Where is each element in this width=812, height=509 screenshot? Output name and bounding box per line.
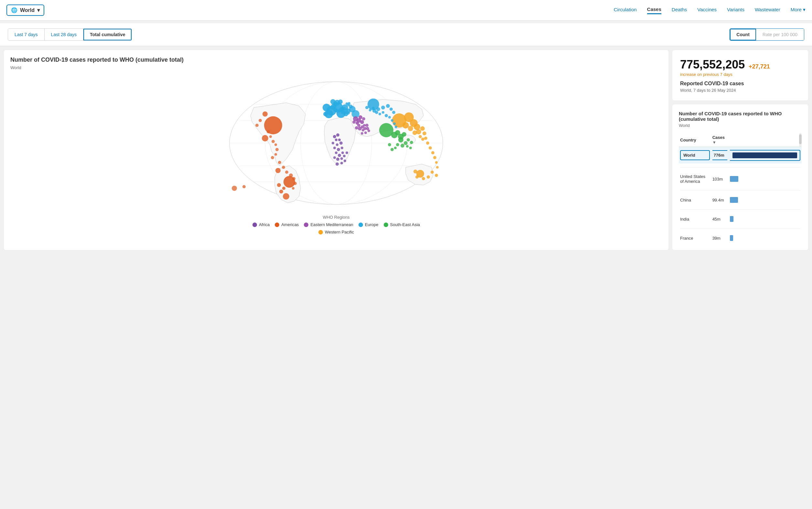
india-country-cell: India [679,213,711,225]
main-content: Number of COVID-19 cases reported to WHO… [0,46,812,254]
table-row-india[interactable]: India 45m [679,213,802,225]
usa-cases-value: 103m [713,177,723,181]
svg-point-149 [376,107,380,111]
svg-point-126 [414,124,420,130]
svg-point-115 [407,138,410,141]
svg-point-98 [336,158,339,161]
svg-point-11 [262,111,268,116]
last-7-days-button[interactable]: Last 7 days [8,29,44,40]
world-selector[interactable]: 🌐 World ▾ [6,4,44,16]
world-country-label: World [680,150,710,160]
reported-sub: World, 7 days to 26 May 2024 [680,88,800,93]
nav-cases[interactable]: Cases [647,6,661,14]
nav-vaccines[interactable]: Vaccines [697,7,717,13]
svg-point-80 [365,124,369,127]
svg-point-132 [418,135,422,138]
india-country-label: India [680,217,689,222]
svg-point-143 [435,174,438,177]
svg-point-146 [415,175,418,179]
svg-point-68 [358,115,362,119]
europe-dot [358,223,363,227]
svg-point-23 [275,153,277,156]
table-row-world[interactable]: World 776m [679,147,802,164]
svg-point-142 [427,175,430,179]
usa-cases-cell: 103m [711,171,728,186]
map-svg [215,75,458,211]
svg-point-22 [275,148,279,151]
svg-point-86 [336,133,339,137]
svg-point-147 [422,177,425,180]
svg-point-99 [333,156,336,159]
western-pacific-dot [318,230,323,235]
legend-western-pacific: Western Pacific [318,230,354,235]
svg-point-29 [292,177,295,180]
map-panel-subtitle: World [10,65,662,70]
svg-point-50 [331,99,336,104]
table-row-usa[interactable]: United States of America 103m [679,171,802,186]
svg-point-20 [272,140,275,143]
india-bar-cell [728,213,802,225]
svg-point-152 [389,107,393,111]
americas-dot [275,223,279,227]
nav-wastewater[interactable]: Wastewater [755,7,780,13]
china-country-label: China [680,198,691,203]
count-button[interactable]: Count [730,29,756,40]
table-divider-2 [679,186,802,195]
svg-point-156 [372,107,375,109]
svg-point-105 [344,160,346,162]
france-country-label: France [680,236,693,241]
legend-eastern-med-label: Eastern Mediterranean [310,222,353,227]
legend-sea-label: South-East Asia [390,222,420,227]
nav-more[interactable]: More ▾ [791,7,806,14]
increase-label: increase on previous 7 days [680,72,800,77]
table-row-france[interactable]: France 39m [679,233,802,243]
svg-point-104 [340,162,343,164]
table-row-china[interactable]: China 99.4m [679,195,802,205]
svg-point-51 [338,99,343,104]
svg-point-18 [267,130,270,133]
india-cases-cell: 45m [711,213,728,225]
svg-point-157 [375,111,378,114]
svg-point-72 [352,121,355,124]
china-bar [730,197,738,203]
legend-items: Africa Americas Eastern Mediterranean Eu… [10,222,662,227]
last-28-days-button[interactable]: Last 28 days [44,29,84,40]
svg-point-28 [289,173,293,177]
sea-dot [384,223,388,227]
table-divider-4 [679,225,802,233]
time-filter-group: Last 7 days Last 28 days Total cumulativ… [8,28,132,41]
svg-point-94 [341,147,343,149]
svg-point-133 [421,138,425,141]
nav-variants[interactable]: Variants [727,7,744,13]
france-bar [730,235,733,241]
nav-circulation[interactable]: Circulation [614,7,637,13]
svg-point-96 [338,154,341,157]
rate-button[interactable]: Rate per 100 000 [756,29,804,40]
svg-point-101 [343,155,346,157]
svg-point-119 [394,147,397,149]
svg-point-32 [232,186,237,191]
france-cases-value: 39m [713,236,720,241]
svg-point-159 [382,111,384,114]
svg-point-34 [259,119,262,122]
svg-point-145 [413,170,417,173]
svg-point-87 [335,139,338,141]
svg-point-24 [271,156,274,159]
india-cases-value: 45m [713,217,720,222]
total-cumulative-button[interactable]: Total cumulative [84,29,131,40]
svg-point-77 [363,124,366,127]
china-cases-value: 99.4m [713,198,724,203]
svg-point-33 [243,185,246,188]
legend-title: WHO Regions [10,215,662,219]
svg-point-47 [334,108,338,112]
svg-point-153 [392,111,395,114]
col-bar [728,133,802,147]
world-bar [732,152,797,158]
svg-point-154 [365,106,369,109]
svg-point-111 [398,137,403,142]
nav-deaths[interactable]: Deaths [672,7,687,13]
svg-point-90 [336,143,338,146]
svg-point-15 [279,190,283,194]
sort-arrow-icon[interactable]: ▼ [713,140,716,145]
svg-point-25 [278,161,281,164]
